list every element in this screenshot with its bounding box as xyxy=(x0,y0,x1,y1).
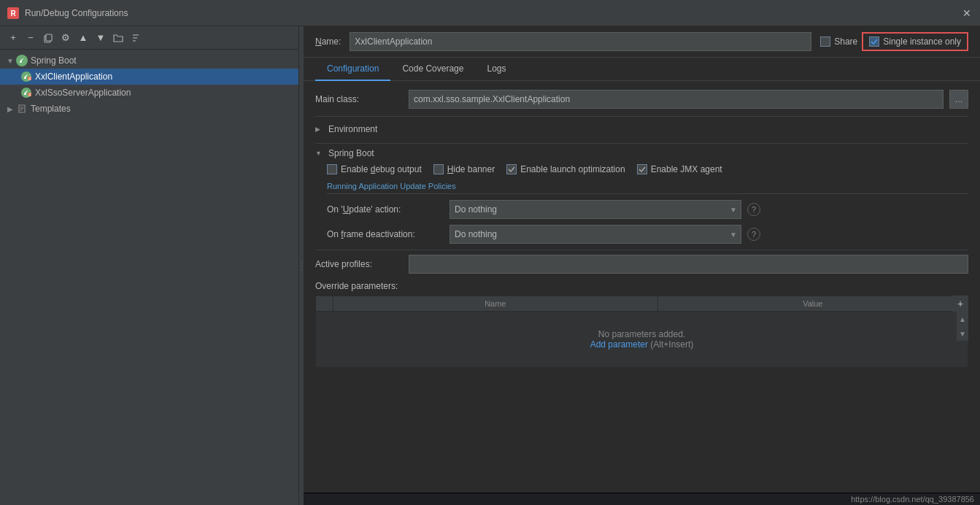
xxl-client-icon: J xyxy=(20,71,32,82)
xxl-sso-icon: J xyxy=(20,87,32,99)
no-params-text: No parameters added. xyxy=(336,329,947,339)
add-param-button[interactable]: + xyxy=(952,296,968,312)
frame-deactivation-dropdown[interactable]: Do nothing xyxy=(450,225,741,244)
scroll-up-button[interactable]: ▲ xyxy=(957,312,968,326)
enable-jmx-label: Enable JMX agent xyxy=(651,164,722,174)
frame-deactivation-dropdown-wrapper: Do nothing ▼ xyxy=(450,225,741,244)
divider-2 xyxy=(315,143,968,144)
active-profiles-label: Active profiles: xyxy=(315,259,403,269)
hide-banner-label: Hide banner xyxy=(447,164,495,174)
tab-configuration[interactable]: Configuration xyxy=(315,58,390,81)
no-params-message: No parameters added. Add parameter (Alt+… xyxy=(322,315,962,364)
update-action-dropdown[interactable]: Do nothing xyxy=(450,200,741,219)
svg-text:R: R xyxy=(10,9,16,18)
enable-debug-checkbox-area[interactable]: Enable debug output xyxy=(327,164,422,174)
col-checkbox-header xyxy=(316,296,333,312)
config-content: Main class: … ▶ Environment ▼ Spring Boo… xyxy=(304,81,980,493)
override-params-section: Override parameters: Name Value xyxy=(315,281,968,368)
window-title: Run/Debug Configurations xyxy=(25,8,973,18)
status-bar: https://blog.csdn.net/qq_39387856 xyxy=(304,493,980,505)
frame-deactivation-label: On frame deactivation: xyxy=(327,229,444,239)
col-name-header: Name xyxy=(333,296,658,312)
environment-section: ▶ Environment xyxy=(315,121,968,137)
name-input[interactable] xyxy=(350,32,811,51)
main-container: + − ⚙ ▲ ▼ xyxy=(0,26,980,505)
spring-boot-section-toggle-icon: ▼ xyxy=(315,150,324,157)
single-instance-checkbox[interactable] xyxy=(869,36,879,47)
divider-1 xyxy=(315,116,968,117)
remove-config-button[interactable]: − xyxy=(23,31,38,45)
environment-toggle-icon: ▶ xyxy=(315,126,324,133)
params-table: Name Value No parameters added. xyxy=(315,296,968,368)
svg-text:J: J xyxy=(28,77,31,81)
tab-logs[interactable]: Logs xyxy=(475,58,517,81)
enable-jmx-checkbox-area[interactable]: Enable JMX agent xyxy=(637,164,722,174)
main-class-input[interactable] xyxy=(409,90,944,109)
col-value-header: Value xyxy=(657,296,968,312)
config-header: Name: Share Single instance only xyxy=(304,26,980,58)
svg-text:J: J xyxy=(28,93,31,97)
tree-item-xxl-client[interactable]: J XxlClientApplication xyxy=(0,69,298,85)
tabs-bar: Configuration Code Coverage Logs xyxy=(304,58,980,81)
enable-launch-checkbox-area[interactable]: Enable launch optimization xyxy=(506,164,625,174)
share-checkbox[interactable] xyxy=(820,36,830,47)
toolbar: + − ⚙ ▲ ▼ xyxy=(0,26,298,50)
hide-banner-checkbox-area[interactable]: Hide banner xyxy=(433,164,495,174)
close-button[interactable]: ✕ xyxy=(961,7,973,19)
spring-boot-section: ▼ Spring Boot Enable debug output Hide b… xyxy=(315,148,968,244)
single-instance-box: Single instance only xyxy=(862,32,968,51)
spring-boot-group-icon xyxy=(16,55,28,66)
single-instance-label: Single instance only xyxy=(883,36,961,47)
move-down-button[interactable]: ▼ xyxy=(93,31,108,45)
share-label: Share xyxy=(834,36,857,47)
copy-config-button[interactable] xyxy=(41,31,55,45)
share-checkbox-area[interactable]: Share xyxy=(820,36,857,47)
tree-group-spring-boot[interactable]: ▼ Spring Boot xyxy=(0,53,298,69)
tree-item-templates[interactable]: ▶ Templates xyxy=(0,101,298,117)
spring-boot-section-label: Spring Boot xyxy=(328,148,374,158)
add-parameter-link[interactable]: Add parameter xyxy=(590,339,648,350)
templates-icon xyxy=(16,103,28,115)
enable-debug-label: Enable debug output xyxy=(341,164,422,174)
enable-launch-checkbox[interactable] xyxy=(506,164,517,174)
scroll-down-button[interactable]: ▼ xyxy=(957,326,968,341)
add-param-hint: (Alt+Insert) xyxy=(648,339,693,350)
right-panel: Name: Share Single instance only xyxy=(304,26,980,505)
active-profiles-row: Active profiles: xyxy=(315,255,968,274)
enable-debug-checkbox[interactable] xyxy=(327,164,337,174)
active-profiles-input[interactable] xyxy=(409,255,968,274)
templates-toggle-icon: ▶ xyxy=(6,104,15,113)
add-config-button[interactable]: + xyxy=(6,31,20,45)
override-params-label: Override parameters: xyxy=(315,281,968,291)
folder-button[interactable] xyxy=(111,31,126,45)
settings-button[interactable]: ⚙ xyxy=(58,31,73,45)
params-table-wrapper: Name Value No parameters added. xyxy=(315,296,968,368)
left-panel: + − ⚙ ▲ ▼ xyxy=(0,26,299,505)
update-action-help-icon[interactable]: ? xyxy=(747,203,760,216)
tab-code-coverage[interactable]: Code Coverage xyxy=(390,58,475,81)
move-up-button[interactable]: ▲ xyxy=(76,31,90,45)
sort-button[interactable] xyxy=(128,31,143,45)
hide-banner-checkbox[interactable] xyxy=(433,164,444,174)
spring-boot-toggle-icon: ▼ xyxy=(6,56,15,65)
frame-deactivation-help-icon[interactable]: ? xyxy=(747,228,760,241)
tree-item-xxl-sso[interactable]: J XxlSsoServerApplication xyxy=(0,85,298,101)
update-action-dropdown-wrapper: Do nothing ▼ xyxy=(450,200,741,219)
templates-label: Templates xyxy=(31,104,71,114)
spring-boot-section-header[interactable]: ▼ Spring Boot xyxy=(315,148,968,158)
environment-label: Environment xyxy=(328,124,377,134)
spring-boot-group-label: Spring Boot xyxy=(31,55,77,66)
title-bar: R Run/Debug Configurations ✕ xyxy=(0,0,980,26)
status-url: https://blog.csdn.net/qq_39387856 xyxy=(851,495,974,504)
update-policies-section: Running Application Update Policies On '… xyxy=(327,182,968,244)
main-class-label: Main class: xyxy=(315,94,403,104)
svg-rect-3 xyxy=(46,34,52,41)
empty-params-row: No parameters added. Add parameter (Alt+… xyxy=(316,312,968,368)
divider-3 xyxy=(315,250,968,250)
main-class-browse-button[interactable]: … xyxy=(949,90,968,109)
enable-jmx-checkbox[interactable] xyxy=(637,164,647,174)
name-label: Name: xyxy=(315,36,341,47)
checkboxes-row: Enable debug output Hide banner Enable l… xyxy=(327,164,968,174)
tree-container: ▼ Spring Boot J xyxy=(0,50,298,505)
environment-header[interactable]: ▶ Environment xyxy=(315,121,968,137)
